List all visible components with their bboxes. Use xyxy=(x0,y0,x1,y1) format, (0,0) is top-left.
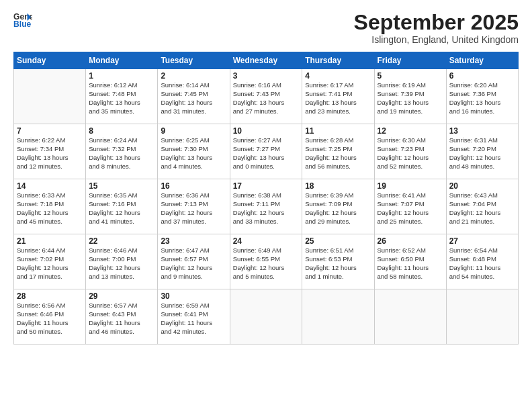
logo: General Blue xyxy=(13,11,32,30)
day-info: Sunrise: 6:28 AM Sunset: 7:25 PM Dayligh… xyxy=(305,136,371,171)
table-row: 17Sunrise: 6:38 AM Sunset: 7:11 PM Dayli… xyxy=(230,179,302,234)
day-number: 29 xyxy=(89,291,154,301)
table-row xyxy=(446,289,518,345)
day-number: 13 xyxy=(449,126,515,136)
table-row: 10Sunrise: 6:27 AM Sunset: 7:27 PM Dayli… xyxy=(230,124,302,179)
calendar-week-4: 21Sunrise: 6:44 AM Sunset: 7:02 PM Dayli… xyxy=(14,234,519,289)
calendar-week-3: 14Sunrise: 6:33 AM Sunset: 7:18 PM Dayli… xyxy=(14,179,519,234)
day-number: 10 xyxy=(233,126,300,136)
day-info: Sunrise: 6:43 AM Sunset: 7:04 PM Dayligh… xyxy=(449,191,515,226)
day-info: Sunrise: 6:19 AM Sunset: 7:39 PM Dayligh… xyxy=(378,81,443,116)
col-sunday: Sunday xyxy=(14,52,86,69)
col-friday: Friday xyxy=(374,52,446,69)
table-row: 7Sunrise: 6:22 AM Sunset: 7:34 PM Daylig… xyxy=(14,124,86,179)
day-number: 5 xyxy=(378,71,443,81)
day-number: 16 xyxy=(161,181,226,191)
day-number: 27 xyxy=(449,236,515,246)
calendar-week-1: 1Sunrise: 6:12 AM Sunset: 7:48 PM Daylig… xyxy=(14,69,519,124)
table-row: 27Sunrise: 6:54 AM Sunset: 6:48 PM Dayli… xyxy=(446,234,518,289)
table-row xyxy=(14,69,86,124)
col-thursday: Thursday xyxy=(302,52,374,69)
day-number: 24 xyxy=(233,236,300,246)
day-info: Sunrise: 6:56 AM Sunset: 6:46 PM Dayligh… xyxy=(17,302,83,336)
table-row: 22Sunrise: 6:46 AM Sunset: 7:00 PM Dayli… xyxy=(86,234,158,289)
day-number: 30 xyxy=(161,291,226,301)
day-number: 6 xyxy=(449,71,515,81)
day-number: 7 xyxy=(17,126,83,136)
logo-icon: General Blue xyxy=(13,11,32,30)
month-title: September 2025 xyxy=(354,11,519,34)
day-number: 21 xyxy=(17,236,83,246)
svg-text:Blue: Blue xyxy=(13,19,32,29)
day-info: Sunrise: 6:30 AM Sunset: 7:23 PM Dayligh… xyxy=(378,136,443,171)
col-saturday: Saturday xyxy=(446,52,518,69)
day-number: 26 xyxy=(378,236,443,246)
day-info: Sunrise: 6:59 AM Sunset: 6:41 PM Dayligh… xyxy=(161,302,226,336)
day-number: 18 xyxy=(305,181,371,191)
day-info: Sunrise: 6:47 AM Sunset: 6:57 PM Dayligh… xyxy=(161,246,226,281)
table-row: 8Sunrise: 6:24 AM Sunset: 7:32 PM Daylig… xyxy=(86,124,158,179)
table-row: 25Sunrise: 6:51 AM Sunset: 6:53 PM Dayli… xyxy=(302,234,374,289)
day-number: 20 xyxy=(449,181,515,191)
table-row: 3Sunrise: 6:16 AM Sunset: 7:43 PM Daylig… xyxy=(230,69,302,124)
day-info: Sunrise: 6:41 AM Sunset: 7:07 PM Dayligh… xyxy=(378,191,443,226)
day-info: Sunrise: 6:12 AM Sunset: 7:48 PM Dayligh… xyxy=(89,81,154,116)
day-info: Sunrise: 6:57 AM Sunset: 6:43 PM Dayligh… xyxy=(89,302,154,336)
day-info: Sunrise: 6:16 AM Sunset: 7:43 PM Dayligh… xyxy=(233,81,300,116)
day-number: 14 xyxy=(17,181,83,191)
calendar-table: Sunday Monday Tuesday Wednesday Thursday… xyxy=(13,52,519,345)
day-number: 19 xyxy=(378,181,443,191)
day-info: Sunrise: 6:22 AM Sunset: 7:34 PM Dayligh… xyxy=(17,136,83,171)
day-number: 12 xyxy=(378,126,443,136)
page-header: General Blue September 2025 Islington, E… xyxy=(13,11,519,45)
day-info: Sunrise: 6:46 AM Sunset: 7:00 PM Dayligh… xyxy=(89,246,154,281)
day-number: 8 xyxy=(89,126,154,136)
table-row: 15Sunrise: 6:35 AM Sunset: 7:16 PM Dayli… xyxy=(86,179,158,234)
calendar-week-2: 7Sunrise: 6:22 AM Sunset: 7:34 PM Daylig… xyxy=(14,124,519,179)
table-row: 12Sunrise: 6:30 AM Sunset: 7:23 PM Dayli… xyxy=(374,124,446,179)
day-number: 28 xyxy=(17,291,83,301)
day-info: Sunrise: 6:27 AM Sunset: 7:27 PM Dayligh… xyxy=(233,136,300,171)
table-row: 21Sunrise: 6:44 AM Sunset: 7:02 PM Dayli… xyxy=(14,234,86,289)
col-tuesday: Tuesday xyxy=(158,52,230,69)
day-number: 25 xyxy=(305,236,371,246)
table-row: 13Sunrise: 6:31 AM Sunset: 7:20 PM Dayli… xyxy=(446,124,518,179)
table-row: 18Sunrise: 6:39 AM Sunset: 7:09 PM Dayli… xyxy=(302,179,374,234)
day-info: Sunrise: 6:20 AM Sunset: 7:36 PM Dayligh… xyxy=(449,81,515,116)
table-row: 28Sunrise: 6:56 AM Sunset: 6:46 PM Dayli… xyxy=(14,289,86,345)
table-row: 4Sunrise: 6:17 AM Sunset: 7:41 PM Daylig… xyxy=(302,69,374,124)
calendar-week-5: 28Sunrise: 6:56 AM Sunset: 6:46 PM Dayli… xyxy=(14,289,519,345)
table-row xyxy=(230,289,302,345)
day-number: 2 xyxy=(161,71,226,81)
table-row: 2Sunrise: 6:14 AM Sunset: 7:45 PM Daylig… xyxy=(158,69,230,124)
day-number: 1 xyxy=(89,71,154,81)
table-row: 23Sunrise: 6:47 AM Sunset: 6:57 PM Dayli… xyxy=(158,234,230,289)
table-row: 20Sunrise: 6:43 AM Sunset: 7:04 PM Dayli… xyxy=(446,179,518,234)
day-info: Sunrise: 6:33 AM Sunset: 7:18 PM Dayligh… xyxy=(17,191,83,226)
day-info: Sunrise: 6:44 AM Sunset: 7:02 PM Dayligh… xyxy=(17,246,83,281)
table-row: 30Sunrise: 6:59 AM Sunset: 6:41 PM Dayli… xyxy=(158,289,230,345)
col-wednesday: Wednesday xyxy=(230,52,302,69)
day-number: 15 xyxy=(89,181,154,191)
day-info: Sunrise: 6:25 AM Sunset: 7:30 PM Dayligh… xyxy=(161,136,226,171)
table-row: 19Sunrise: 6:41 AM Sunset: 7:07 PM Dayli… xyxy=(374,179,446,234)
day-info: Sunrise: 6:14 AM Sunset: 7:45 PM Dayligh… xyxy=(161,81,226,116)
table-row: 6Sunrise: 6:20 AM Sunset: 7:36 PM Daylig… xyxy=(446,69,518,124)
day-info: Sunrise: 6:31 AM Sunset: 7:20 PM Dayligh… xyxy=(449,136,515,171)
table-row: 29Sunrise: 6:57 AM Sunset: 6:43 PM Dayli… xyxy=(86,289,158,345)
location-subtitle: Islington, England, United Kingdom xyxy=(354,34,519,45)
table-row: 5Sunrise: 6:19 AM Sunset: 7:39 PM Daylig… xyxy=(374,69,446,124)
table-row xyxy=(374,289,446,345)
table-row: 11Sunrise: 6:28 AM Sunset: 7:25 PM Dayli… xyxy=(302,124,374,179)
table-row: 14Sunrise: 6:33 AM Sunset: 7:18 PM Dayli… xyxy=(14,179,86,234)
col-monday: Monday xyxy=(86,52,158,69)
day-info: Sunrise: 6:17 AM Sunset: 7:41 PM Dayligh… xyxy=(305,81,371,116)
day-info: Sunrise: 6:39 AM Sunset: 7:09 PM Dayligh… xyxy=(305,191,371,226)
table-row: 26Sunrise: 6:52 AM Sunset: 6:50 PM Dayli… xyxy=(374,234,446,289)
day-number: 23 xyxy=(161,236,226,246)
table-row: 9Sunrise: 6:25 AM Sunset: 7:30 PM Daylig… xyxy=(158,124,230,179)
day-number: 4 xyxy=(305,71,371,81)
day-info: Sunrise: 6:35 AM Sunset: 7:16 PM Dayligh… xyxy=(89,191,154,226)
table-row: 24Sunrise: 6:49 AM Sunset: 6:55 PM Dayli… xyxy=(230,234,302,289)
title-block: September 2025 Islington, England, Unite… xyxy=(354,11,519,45)
